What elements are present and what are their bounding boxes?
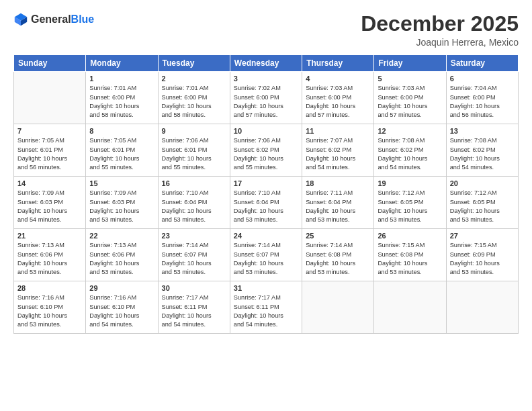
table-row: 2Sunrise: 7:01 AM Sunset: 6:00 PM Daylig… [158,72,230,124]
day-number: 18 [306,179,370,187]
day-number: 5 [378,75,442,83]
logo-general: General [31,13,71,26]
logo-text: General Blue [31,13,94,26]
day-info: Sunrise: 7:04 AM Sunset: 6:00 PM Dayligh… [450,84,515,120]
table-row: 14Sunrise: 7:09 AM Sunset: 6:03 PM Dayli… [14,177,86,229]
day-number: 11 [306,127,370,135]
day-info: Sunrise: 7:14 AM Sunset: 6:07 PM Dayligh… [234,241,298,277]
day-number: 16 [162,179,226,187]
day-info: Sunrise: 7:10 AM Sunset: 6:04 PM Dayligh… [162,189,226,224]
table-row: 16Sunrise: 7:10 AM Sunset: 6:04 PM Dayli… [158,177,230,229]
day-info: Sunrise: 7:16 AM Sunset: 6:10 PM Dayligh… [89,293,154,329]
day-number: 3 [234,75,298,83]
header-tuesday: Tuesday [158,55,230,72]
table-row: 9Sunrise: 7:06 AM Sunset: 6:01 PM Daylig… [158,124,230,177]
day-info: Sunrise: 7:16 AM Sunset: 6:10 PM Dayligh… [17,293,82,329]
table-row: 6Sunrise: 7:04 AM Sunset: 6:00 PM Daylig… [446,72,518,124]
header-monday: Monday [86,55,158,72]
table-row: 8Sunrise: 7:05 AM Sunset: 6:01 PM Daylig… [86,124,158,177]
header-saturday: Saturday [446,55,518,72]
calendar-week-row: 21Sunrise: 7:13 AM Sunset: 6:06 PM Dayli… [14,229,519,281]
day-number: 22 [89,232,154,240]
day-number: 29 [89,284,154,292]
day-info: Sunrise: 7:12 AM Sunset: 6:05 PM Dayligh… [378,189,442,224]
day-info: Sunrise: 7:08 AM Sunset: 6:02 PM Dayligh… [450,136,515,172]
table-row: 30Sunrise: 7:17 AM Sunset: 6:11 PM Dayli… [158,281,230,334]
day-number: 24 [234,232,298,240]
table-row [446,281,518,334]
table-row [14,72,86,124]
calendar-title: December 2025 [361,12,519,36]
day-number: 17 [234,179,298,187]
header-thursday: Thursday [302,55,374,72]
table-row: 15Sunrise: 7:09 AM Sunset: 6:03 PM Dayli… [86,177,158,229]
calendar-week-row: 28Sunrise: 7:16 AM Sunset: 6:10 PM Dayli… [14,281,519,334]
header-wednesday: Wednesday [230,55,302,72]
table-row: 26Sunrise: 7:15 AM Sunset: 6:08 PM Dayli… [374,229,446,281]
table-row: 1Sunrise: 7:01 AM Sunset: 6:00 PM Daylig… [86,72,158,124]
day-info: Sunrise: 7:03 AM Sunset: 6:00 PM Dayligh… [306,84,370,120]
day-number: 21 [17,232,82,240]
day-number: 19 [378,179,442,187]
table-row: 25Sunrise: 7:14 AM Sunset: 6:08 PM Dayli… [302,229,374,281]
table-row: 3Sunrise: 7:02 AM Sunset: 6:00 PM Daylig… [230,72,302,124]
title-block: December 2025 Joaquin Herrera, Mexico [361,12,519,48]
logo-icon [13,12,28,27]
logo: General Blue [13,12,94,27]
day-info: Sunrise: 7:02 AM Sunset: 6:00 PM Dayligh… [234,84,298,120]
table-row: 19Sunrise: 7:12 AM Sunset: 6:05 PM Dayli… [374,177,446,229]
day-info: Sunrise: 7:06 AM Sunset: 6:02 PM Dayligh… [234,136,298,172]
calendar-week-row: 14Sunrise: 7:09 AM Sunset: 6:03 PM Dayli… [14,177,519,229]
header: General Blue December 2025 Joaquin Herre… [13,12,519,48]
day-info: Sunrise: 7:17 AM Sunset: 6:11 PM Dayligh… [162,293,226,329]
day-info: Sunrise: 7:17 AM Sunset: 6:11 PM Dayligh… [234,293,298,329]
day-number: 27 [450,232,515,240]
day-info: Sunrise: 7:09 AM Sunset: 6:03 PM Dayligh… [89,189,154,224]
table-row: 5Sunrise: 7:03 AM Sunset: 6:00 PM Daylig… [374,72,446,124]
day-info: Sunrise: 7:09 AM Sunset: 6:03 PM Dayligh… [17,189,82,224]
day-info: Sunrise: 7:01 AM Sunset: 6:00 PM Dayligh… [162,84,226,120]
day-number: 23 [162,232,226,240]
day-info: Sunrise: 7:15 AM Sunset: 6:09 PM Dayligh… [450,241,515,277]
header-friday: Friday [374,55,446,72]
day-info: Sunrise: 7:08 AM Sunset: 6:02 PM Dayligh… [378,136,442,172]
day-number: 9 [162,127,226,135]
table-row: 7Sunrise: 7:05 AM Sunset: 6:01 PM Daylig… [14,124,86,177]
table-row: 31Sunrise: 7:17 AM Sunset: 6:11 PM Dayli… [230,281,302,334]
table-row: 20Sunrise: 7:12 AM Sunset: 6:05 PM Dayli… [446,177,518,229]
logo-blue: Blue [71,13,95,26]
table-row: 21Sunrise: 7:13 AM Sunset: 6:06 PM Dayli… [14,229,86,281]
day-number: 30 [162,284,226,292]
table-row [374,281,446,334]
calendar-subtitle: Joaquin Herrera, Mexico [361,37,519,48]
day-info: Sunrise: 7:05 AM Sunset: 6:01 PM Dayligh… [17,136,82,172]
table-row: 4Sunrise: 7:03 AM Sunset: 6:00 PM Daylig… [302,72,374,124]
day-info: Sunrise: 7:15 AM Sunset: 6:08 PM Dayligh… [378,241,442,277]
day-number: 20 [450,179,515,187]
day-number: 8 [89,127,154,135]
day-info: Sunrise: 7:06 AM Sunset: 6:01 PM Dayligh… [162,136,226,172]
calendar-week-row: 1Sunrise: 7:01 AM Sunset: 6:00 PM Daylig… [14,72,519,124]
day-info: Sunrise: 7:13 AM Sunset: 6:06 PM Dayligh… [89,241,154,277]
table-row: 10Sunrise: 7:06 AM Sunset: 6:02 PM Dayli… [230,124,302,177]
calendar-table: Sunday Monday Tuesday Wednesday Thursday… [13,54,519,334]
day-number: 14 [17,179,82,187]
table-row: 11Sunrise: 7:07 AM Sunset: 6:02 PM Dayli… [302,124,374,177]
day-number: 13 [450,127,515,135]
day-number: 4 [306,75,370,83]
day-number: 25 [306,232,370,240]
calendar-body: 1Sunrise: 7:01 AM Sunset: 6:00 PM Daylig… [14,72,519,334]
day-number: 31 [234,284,298,292]
day-info: Sunrise: 7:11 AM Sunset: 6:04 PM Dayligh… [306,189,370,224]
day-info: Sunrise: 7:14 AM Sunset: 6:07 PM Dayligh… [162,241,226,277]
day-info: Sunrise: 7:05 AM Sunset: 6:01 PM Dayligh… [89,136,154,172]
table-row: 18Sunrise: 7:11 AM Sunset: 6:04 PM Dayli… [302,177,374,229]
day-number: 26 [378,232,442,240]
day-number: 2 [162,75,226,83]
table-row: 12Sunrise: 7:08 AM Sunset: 6:02 PM Dayli… [374,124,446,177]
day-number: 12 [378,127,442,135]
header-sunday: Sunday [14,55,86,72]
day-info: Sunrise: 7:12 AM Sunset: 6:05 PM Dayligh… [450,189,515,224]
table-row: 17Sunrise: 7:10 AM Sunset: 6:04 PM Dayli… [230,177,302,229]
calendar-page: General Blue December 2025 Joaquin Herre… [0,0,532,411]
